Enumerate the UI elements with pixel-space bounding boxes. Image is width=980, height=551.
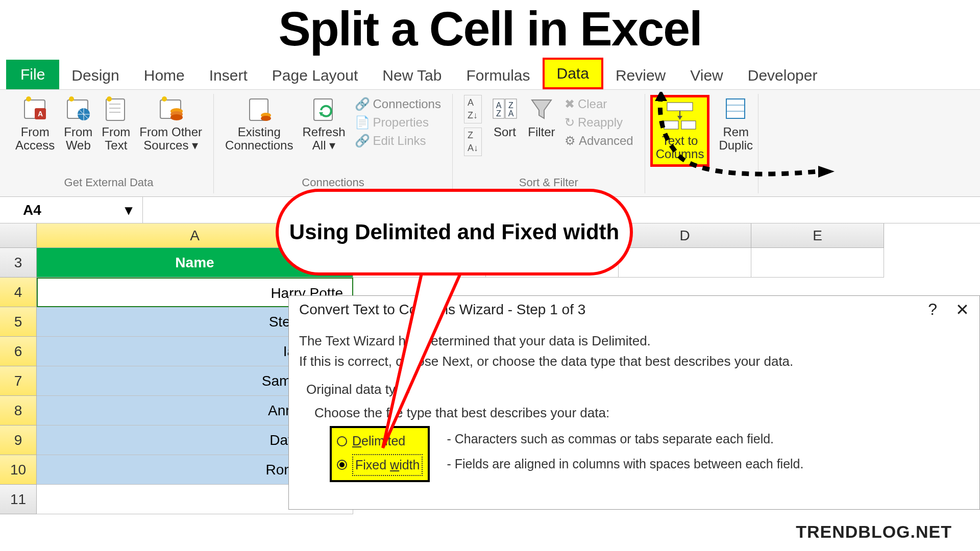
sort-za-button[interactable]: ZA↓ — [464, 128, 482, 156]
other-sources-icon — [157, 95, 185, 122]
properties-button[interactable]: 📄Properties — [355, 113, 441, 132]
column-header-d[interactable]: D — [619, 223, 751, 248]
select-all-corner[interactable] — [0, 223, 37, 248]
svg-marker-37 — [818, 166, 835, 178]
from-text-button[interactable]: From Text — [102, 95, 130, 153]
tab-home[interactable]: Home — [132, 62, 197, 89]
edit-links-button[interactable]: 🔗Edit Links — [355, 132, 441, 150]
get-external-data-label: Get External Data — [64, 176, 154, 192]
dialog-help-button[interactable]: ? — [928, 300, 937, 319]
row-header-3[interactable]: 3 — [0, 248, 37, 278]
clear-icon: ✖ — [565, 95, 575, 113]
properties-icon: 📄 — [355, 113, 370, 132]
from-web-button[interactable]: From Web — [64, 95, 92, 153]
row-header-7[interactable]: 7 — [0, 366, 37, 396]
tab-design[interactable]: Design — [59, 62, 131, 89]
dropdown-icon: ▾ — [125, 202, 132, 218]
from-text-label: From Text — [102, 126, 130, 153]
from-other-sources-button[interactable]: From Other Sources ▾ — [139, 95, 202, 153]
tab-formulas[interactable]: Formulas — [454, 62, 542, 89]
edit-links-icon: 🔗 — [355, 132, 370, 150]
cell-e3[interactable] — [751, 248, 884, 278]
connections-subgroup: 🔗Connections 📄Properties 🔗Edit Links — [355, 95, 441, 150]
row-header-6[interactable]: 6 — [0, 337, 37, 366]
properties-label: Properties — [373, 113, 429, 132]
filter-icon — [528, 95, 555, 122]
tab-data[interactable]: Data — [543, 58, 603, 89]
svg-text:A: A — [496, 101, 502, 110]
sort-icon: AZZA — [491, 95, 519, 122]
callout-tail — [362, 264, 505, 458]
refresh-icon — [310, 95, 337, 122]
radio-fixed-icon — [337, 460, 347, 470]
sort-label: Sort — [494, 126, 516, 139]
filter-label: Filter — [528, 126, 555, 139]
svg-point-6 — [69, 96, 74, 102]
from-other-label: From Other Sources ▾ — [139, 126, 202, 153]
sort-button[interactable]: AZZA Sort — [491, 95, 519, 139]
svg-text:A: A — [38, 110, 43, 118]
dialog-close-button[interactable]: ✕ — [955, 300, 969, 319]
tab-insert[interactable]: Insert — [197, 62, 260, 89]
row-header-5[interactable]: 5 — [0, 307, 37, 337]
group-get-external-data: A From Access From Web From Text — [4, 94, 214, 193]
svg-marker-38 — [383, 264, 464, 448]
svg-marker-36 — [655, 92, 667, 101]
row-header-9[interactable]: 9 — [0, 425, 37, 455]
reapply-button[interactable]: ↻Reapply — [565, 113, 633, 132]
reapply-label: Reapply — [578, 113, 623, 132]
access-icon: A — [21, 95, 49, 122]
callout-bubble: Using Delimited and Fixed width — [276, 189, 633, 276]
row-header-10[interactable]: 10 — [0, 455, 37, 485]
sort-az-button[interactable]: AZ↓ — [464, 95, 482, 123]
advanced-label: Advanced — [579, 132, 633, 150]
tab-developer[interactable]: Developer — [736, 62, 830, 89]
name-box[interactable]: A4 ▾ — [0, 197, 143, 223]
tab-new-tab[interactable]: New Tab — [370, 62, 454, 89]
row-header-8[interactable]: 8 — [0, 396, 37, 425]
text-icon — [102, 95, 130, 122]
from-access-label: From Access — [15, 126, 55, 153]
existing-connections-icon — [246, 95, 273, 122]
tab-file[interactable]: File — [6, 60, 59, 89]
svg-point-16 — [162, 96, 167, 102]
watermark: TRENDBLOG.NET — [796, 522, 952, 542]
svg-text:Z: Z — [496, 109, 501, 118]
from-access-button[interactable]: A From Access — [15, 95, 55, 153]
group-sort-filter: AZ↓ ZA↓ AZZA Sort Filter ✖Clear ↻Reapply… — [453, 94, 645, 193]
radio-delimited-icon — [337, 436, 347, 446]
filter-button[interactable]: Filter — [528, 95, 555, 139]
svg-point-3 — [26, 96, 31, 102]
name-box-value: A4 — [23, 202, 41, 218]
row-header-11[interactable]: 11 — [0, 485, 37, 514]
refresh-all-button[interactable]: Refresh All ▾ — [302, 95, 345, 153]
refresh-all-label: Refresh All ▾ — [302, 126, 345, 153]
svg-point-11 — [107, 96, 112, 102]
svg-point-19 — [261, 116, 271, 121]
row-header-4[interactable]: 4 — [0, 278, 37, 307]
column-header-e[interactable]: E — [751, 223, 884, 248]
svg-rect-20 — [314, 99, 332, 120]
existing-connections-label: Existing Connections — [225, 126, 293, 153]
from-web-label: From Web — [64, 126, 92, 153]
connections-icon: 🔗 — [355, 95, 370, 113]
ribbon-tabs: File Design Home Insert Page Layout New … — [0, 57, 980, 90]
svg-rect-7 — [106, 99, 125, 120]
advanced-icon: ⚙ — [565, 132, 576, 150]
advanced-button[interactable]: ⚙Advanced — [565, 132, 633, 150]
svg-text:A: A — [508, 109, 514, 118]
connections-label: Connections — [373, 95, 441, 113]
svg-text:Z: Z — [508, 101, 513, 110]
existing-connections-button[interactable]: Existing Connections — [225, 95, 293, 153]
tab-view[interactable]: View — [678, 62, 735, 89]
web-icon — [64, 95, 92, 122]
tab-review[interactable]: Review — [603, 62, 678, 89]
clear-button[interactable]: ✖Clear — [565, 95, 633, 113]
cell-d3[interactable] — [619, 248, 751, 278]
clear-label: Clear — [578, 95, 607, 113]
edit-links-label: Edit Links — [373, 132, 426, 150]
tab-page-layout[interactable]: Page Layout — [260, 62, 370, 89]
connections-button[interactable]: 🔗Connections — [355, 95, 441, 113]
filter-subgroup: ✖Clear ↻Reapply ⚙Advanced — [565, 95, 633, 150]
group-connections: Existing Connections Refresh All ▾ 🔗Conn… — [214, 94, 453, 193]
